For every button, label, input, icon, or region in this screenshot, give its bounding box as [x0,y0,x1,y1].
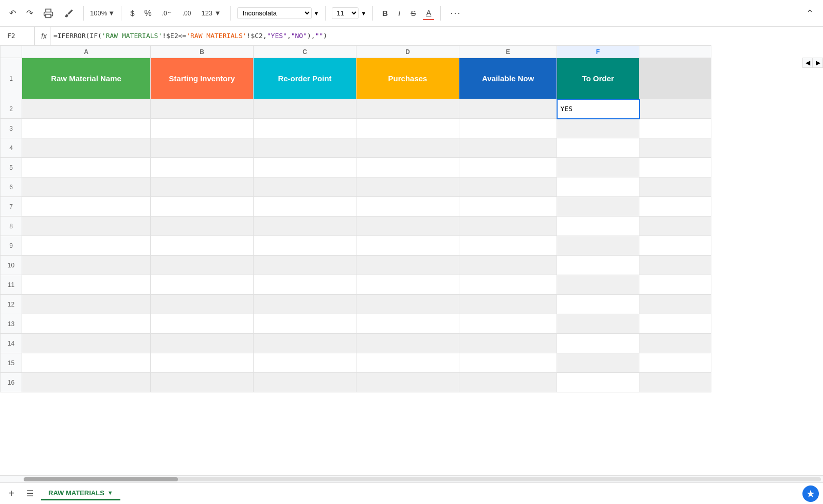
cell-a10[interactable] [22,256,151,275]
col-header-g[interactable] [639,46,711,58]
cell-a12[interactable] [22,295,151,314]
cell-d15[interactable] [356,353,459,373]
row-number-12[interactable]: 12 [1,295,22,314]
decimal-decrease-button[interactable]: .0← [159,8,175,19]
cell-c13[interactable] [254,314,356,334]
row-number-3[interactable]: 3 [1,119,22,138]
row-number-15[interactable]: 15 [1,353,22,373]
cell-f8[interactable] [557,217,639,236]
cell-f1[interactable]: To Order [557,58,639,99]
cell-d8[interactable] [356,217,459,236]
cell-d6[interactable] [356,177,459,197]
cell-d13[interactable] [356,314,459,334]
cell-b11[interactable] [151,275,254,295]
cell-f6[interactable] [557,177,639,197]
col-header-d[interactable]: D [356,46,459,58]
cell-c2[interactable] [254,99,356,119]
currency-button[interactable]: $ [128,7,137,20]
print-button[interactable] [40,6,57,21]
ai-assist-button[interactable] [802,485,819,502]
sheet-tab-raw-materials[interactable]: RAW MATERIALS ▼ [41,487,120,500]
cell-e10[interactable] [459,256,557,275]
zoom-control[interactable]: 100% ▼ [90,9,115,17]
cell-b14[interactable] [151,334,254,353]
cell-a7[interactable] [22,197,151,217]
cell-f11[interactable] [557,275,639,295]
cell-g7[interactable] [639,197,711,217]
cell-g10[interactable] [639,256,711,275]
scroll-left-button[interactable]: ◀ [802,58,813,68]
cell-f12[interactable] [557,295,639,314]
cell-e6[interactable] [459,177,557,197]
cell-f4[interactable] [557,138,639,158]
row-number-10[interactable]: 10 [1,256,22,275]
cell-a3[interactable] [22,119,151,138]
cell-e13[interactable] [459,314,557,334]
cell-e5[interactable] [459,158,557,177]
cell-e1[interactable]: Available Now [459,58,557,99]
cell-b9[interactable] [151,236,254,256]
cell-b7[interactable] [151,197,254,217]
row-number-1[interactable]: 1 [1,58,22,99]
cell-d1[interactable]: Purchases [356,58,459,99]
cell-c14[interactable] [254,334,356,353]
cell-g1[interactable] [639,58,711,99]
underline-button[interactable]: A [423,6,434,20]
cell-b13[interactable] [151,314,254,334]
cell-c15[interactable] [254,353,356,373]
cell-f16[interactable] [557,373,639,392]
cell-d14[interactable] [356,334,459,353]
cell-f14[interactable] [557,334,639,353]
cell-g12[interactable] [639,295,711,314]
sheet-list-button[interactable]: ☰ [23,487,37,501]
percent-button[interactable]: % [141,7,154,20]
cell-g8[interactable] [639,217,711,236]
cell-d12[interactable] [356,295,459,314]
cell-a9[interactable] [22,236,151,256]
cell-a6[interactable] [22,177,151,197]
cell-c9[interactable] [254,236,356,256]
cell-a11[interactable] [22,275,151,295]
cell-f2[interactable]: YES [557,99,639,119]
cell-e8[interactable] [459,217,557,236]
cell-f15[interactable] [557,353,639,373]
cell-c7[interactable] [254,197,356,217]
cell-c16[interactable] [254,373,356,392]
cell-b1[interactable]: Starting Inventory [151,58,254,99]
cell-b6[interactable] [151,177,254,197]
cell-b15[interactable] [151,353,254,373]
cell-d2[interactable] [356,99,459,119]
cell-g2[interactable] [639,99,711,119]
cell-a14[interactable] [22,334,151,353]
cell-a1[interactable]: Raw Material Name [22,58,151,99]
cell-b2[interactable] [151,99,254,119]
cell-b10[interactable] [151,256,254,275]
row-number-4[interactable]: 4 [1,138,22,158]
col-header-a[interactable]: A [22,46,151,58]
bold-button[interactable]: B [379,7,391,20]
cell-a8[interactable] [22,217,151,236]
formula-display[interactable]: =IFERROR(IF('RAW MATERIALS'!$E2<='RAW MA… [53,32,819,40]
cell-b12[interactable] [151,295,254,314]
cell-d3[interactable] [356,119,459,138]
cell-d16[interactable] [356,373,459,392]
cell-g14[interactable] [639,334,711,353]
cell-f3[interactable] [557,119,639,138]
cell-g11[interactable] [639,275,711,295]
cell-c3[interactable] [254,119,356,138]
cell-g15[interactable] [639,353,711,373]
cell-e12[interactable] [459,295,557,314]
cell-e7[interactable] [459,197,557,217]
cell-g9[interactable] [639,236,711,256]
cell-e15[interactable] [459,353,557,373]
cell-a16[interactable] [22,373,151,392]
spreadsheet[interactable]: A B C D E F 1 Raw Material Name [0,45,823,475]
cell-c8[interactable] [254,217,356,236]
row-number-5[interactable]: 5 [1,158,22,177]
add-sheet-button[interactable]: + [4,487,19,501]
cell-g16[interactable] [639,373,711,392]
cell-d7[interactable] [356,197,459,217]
cell-b5[interactable] [151,158,254,177]
cell-f13[interactable] [557,314,639,334]
cell-d4[interactable] [356,138,459,158]
